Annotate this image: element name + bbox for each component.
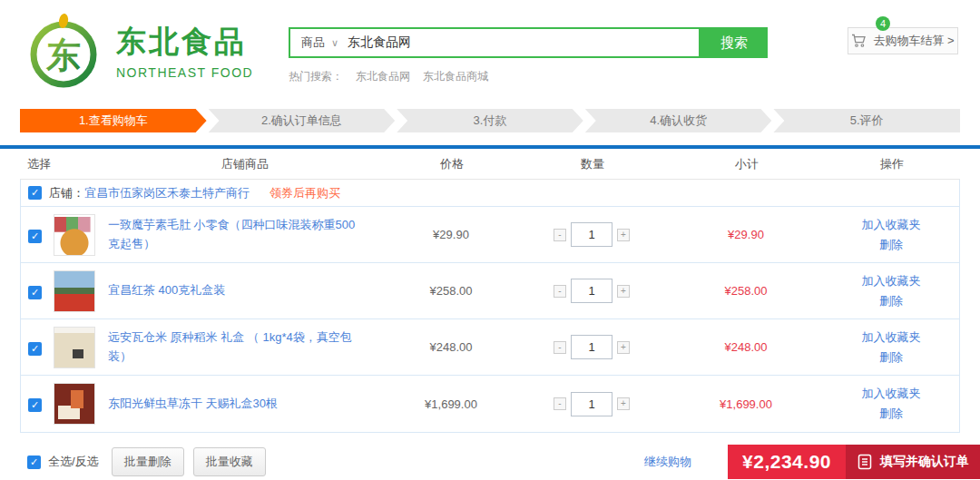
batch-favorite-button[interactable]: 批量收藏 [193,447,266,476]
product-image[interactable] [54,214,95,256]
order-document-icon [857,454,873,470]
search-input[interactable] [348,29,699,56]
confirm-order-label: 填写并确认订单 [880,454,969,470]
checkout-steps: 1.查看购物车 2.确认订单信息 3.付款 4.确认收货 5.评价 [20,109,960,132]
go-to-cart-label: 去购物车结算 > [873,33,954,49]
qty-increase-button[interactable]: + [617,397,630,410]
step-view-cart: 1.查看购物车 [20,109,207,132]
search-area: 商品 ∨ 搜索 热门搜索：东北食品网东北食品商城 [289,27,768,84]
cart-total: ¥2,234.90 [728,445,846,479]
item-checkbox[interactable]: ✓ [28,342,42,356]
add-favorite-link[interactable]: 加入收藏夹 [862,386,921,402]
step-confirm-order: 2.确认订单信息 [209,109,396,132]
go-to-cart-button[interactable]: 4 去购物车结算 > [848,27,958,54]
chevron-down-icon: ∨ [331,37,338,49]
product-title-link[interactable]: 一致魔芋素毛肚 小零食（四种口味混装称重500克起售） [108,216,360,252]
site-logo[interactable]: 东 东北食品 NORTHEAST FOOD [24,11,253,91]
add-favorite-link[interactable]: 加入收藏夹 [862,273,921,289]
logo-title: 东北食品 [116,22,253,63]
footer-checkout-group: 继续购物 ¥2,234.90 填写并确认订单 [644,445,980,479]
shop-label: 店铺： [49,185,84,201]
cart-icon [851,34,867,48]
cart-table: 选择 店铺商品 价格 数量 小计 操作 ✓ 店铺：宜昌市伍家岗区禾泰土特产商行 … [20,149,960,433]
coupon-link[interactable]: 领券后再购买 [270,185,340,201]
batch-delete-button[interactable]: 批量删除 [112,447,184,476]
cart-footer: ✓ 全选/反选 批量删除 批量收藏 继续购物 ¥2,234.90 填写并确认订单 [0,445,980,479]
qty-input[interactable] [571,392,612,416]
cart-count-badge: 4 [876,16,890,31]
table-header-row: 选择 店铺商品 价格 数量 小计 操作 [20,149,960,180]
item-checkbox[interactable]: ✓ [28,230,42,243]
qty-increase-button[interactable]: + [617,341,630,354]
table-body: ✓ 店铺：宜昌市伍家岗区禾泰土特产商行 领券后再购买 ✓ 一致魔芋素毛肚 小零食… [20,180,960,433]
header-subtotal: 小计 [670,156,824,172]
qty-increase-button[interactable]: + [617,285,630,298]
search-button[interactable]: 搜索 [701,27,768,58]
step-confirm-receipt: 4.确认收货 [585,109,772,132]
step-payment: 3.付款 [397,109,583,132]
cart-item-row: ✓ 宜昌红茶 400克礼盒装 ¥258.00 - + ¥258.00 加入收藏夹… [21,263,959,319]
add-favorite-link[interactable]: 加入收藏夹 [862,329,921,346]
shop-row: ✓ 店铺：宜昌市伍家岗区禾泰土特产商行 领券后再购买 [21,180,959,207]
logo-subtitle: NORTHEAST FOOD [116,65,253,80]
select-all-label[interactable]: 全选/反选 [48,454,99,470]
item-checkbox[interactable]: ✓ [28,286,42,299]
item-subtotal: ¥258.00 [669,284,823,298]
qty-input[interactable] [571,335,612,359]
item-subtotal: ¥1,699.00 [669,397,823,411]
product-title-link[interactable]: 远安瓦仓米 原种稻米 礼盒 （ 1kg*4袋，真空包装） [108,328,360,365]
qty-increase-button[interactable]: + [617,229,630,241]
cart-item-row: ✓ 东阳光鲜虫草冻干 天赐礼盒30根 ¥1,699.00 - + ¥1,699.… [21,376,959,432]
logo-emblem-icon: 东 [24,11,103,91]
hot-search-row: 热门搜索：东北食品网东北食品商城 [289,69,768,84]
select-all-checkbox[interactable]: ✓ [27,456,41,469]
item-price: ¥29.90 [387,228,514,241]
step-review: 5.评价 [773,109,960,132]
header-qty: 数量 [515,156,670,172]
product-image[interactable] [54,270,95,312]
shop-name-link[interactable]: 宜昌市伍家岗区禾泰土特产商行 [84,185,250,201]
delete-link[interactable]: 删除 [879,406,903,422]
continue-shopping-link[interactable]: 继续购物 [644,454,691,470]
svg-text:东: 东 [45,36,81,74]
delete-link[interactable]: 删除 [879,293,903,309]
qty-input[interactable] [571,222,612,247]
confirm-order-button[interactable]: 填写并确认订单 [846,445,980,479]
item-price: ¥1,699.00 [387,397,514,411]
shop-checkbox[interactable]: ✓ [28,186,42,200]
qty-input[interactable] [571,279,612,303]
cart-item-row: ✓ 一致魔芋素毛肚 小零食（四种口味混装称重500克起售） ¥29.90 - +… [21,207,959,263]
item-checkbox[interactable]: ✓ [28,398,42,412]
logo-text: 东北食品 NORTHEAST FOOD [116,22,253,80]
hot-search-label: 热门搜索： [289,70,343,83]
delete-link[interactable]: 删除 [879,349,903,366]
header-select: 选择 [20,156,102,172]
add-favorite-link[interactable]: 加入收藏夹 [862,217,921,233]
delete-link[interactable]: 删除 [879,237,903,253]
item-subtotal: ¥248.00 [669,340,823,354]
search-category-dropdown[interactable]: 商品 ∨ [290,34,348,51]
header-product: 店铺商品 [102,156,388,172]
item-subtotal: ¥29.90 [669,228,823,241]
header-price: 价格 [388,156,515,172]
item-price: ¥258.00 [387,284,514,298]
page-header: 东 东北食品 NORTHEAST FOOD 商品 ∨ 搜索 热门搜索：东北食品网… [0,0,980,102]
search-box: 商品 ∨ 搜索 [289,27,768,58]
qty-decrease-button[interactable]: - [554,229,566,241]
hot-search-link-2[interactable]: 东北食品商城 [423,70,488,83]
product-image[interactable] [54,327,95,368]
cart-item-row: ✓ 远安瓦仓米 原种稻米 礼盒 （ 1kg*4袋，真空包装） ¥248.00 -… [21,319,959,376]
product-title-link[interactable]: 宜昌红茶 400克礼盒装 [108,281,360,299]
qty-decrease-button[interactable]: - [554,397,566,410]
product-image[interactable] [54,383,95,425]
product-title-link[interactable]: 东阳光鲜虫草冻干 天赐礼盒30根 [108,395,360,413]
search-category-label: 商品 [301,34,325,51]
qty-decrease-button[interactable]: - [554,285,566,298]
header-actions: 操作 [824,156,960,172]
search-field-wrap: 商品 ∨ [289,27,701,58]
item-price: ¥248.00 [387,340,514,354]
hot-search-link-1[interactable]: 东北食品网 [356,70,410,83]
qty-decrease-button[interactable]: - [554,341,566,354]
